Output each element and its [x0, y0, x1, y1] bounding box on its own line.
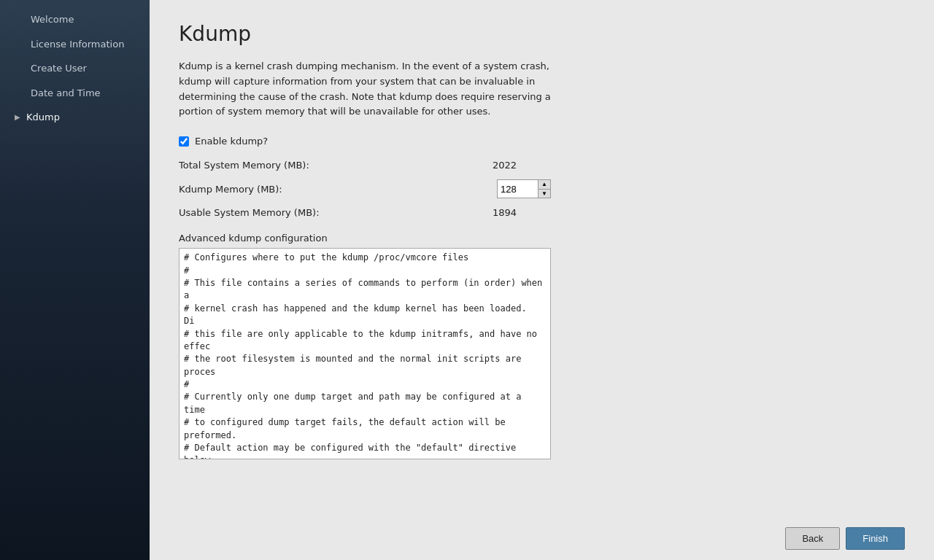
main-content: Kdump Kdump is a kernel crash dumping me…: [150, 0, 934, 560]
sidebar-item-label: Create User: [31, 62, 139, 75]
usable-memory-label: Usable System Memory (MB):: [179, 207, 320, 218]
bottom-bar: Back Finish: [150, 517, 934, 560]
sidebar-item-welcome[interactable]: Welcome: [0, 7, 150, 32]
memory-table: Total System Memory (MB): 2022 Kdump Mem…: [179, 160, 551, 218]
enable-kdump-label[interactable]: Enable kdump?: [195, 136, 268, 147]
back-button[interactable]: Back: [785, 527, 840, 550]
kdump-memory-row: Kdump Memory (MB): ▲ ▼: [179, 179, 551, 198]
sidebar-item-kdump[interactable]: ▶Kdump: [0, 105, 150, 130]
sidebar-item-label: Kdump: [26, 111, 139, 124]
sidebar-item-license-information[interactable]: License Information: [0, 32, 150, 57]
total-memory-value: 2022: [493, 160, 551, 171]
kdump-memory-input[interactable]: [498, 182, 538, 196]
enable-kdump-checkbox[interactable]: [179, 136, 189, 147]
sidebar-arrow-icon: ▶: [15, 112, 22, 122]
sidebar-item-label: License Information: [31, 38, 139, 51]
kdump-memory-label: Kdump Memory (MB):: [179, 184, 282, 195]
enable-kdump-row: Enable kdump?: [179, 136, 905, 147]
sidebar-item-create-user[interactable]: Create User: [0, 56, 150, 81]
total-memory-row: Total System Memory (MB): 2022: [179, 160, 551, 171]
config-textarea[interactable]: [180, 249, 550, 459]
spin-down-button[interactable]: ▼: [539, 189, 550, 198]
kdump-memory-input-wrap: ▲ ▼: [497, 179, 551, 198]
config-textarea-wrap: [179, 248, 551, 459]
total-memory-label: Total System Memory (MB):: [179, 160, 309, 171]
advanced-label: Advanced kdump configuration: [179, 233, 905, 244]
description: Kdump is a kernel crash dumping mechanis…: [179, 59, 551, 120]
sidebar: WelcomeLicense InformationCreate UserDat…: [0, 0, 150, 560]
finish-button[interactable]: Finish: [846, 527, 905, 550]
spin-buttons: ▲ ▼: [538, 180, 550, 198]
usable-memory-row: Usable System Memory (MB): 1894: [179, 207, 551, 218]
sidebar-item-date-and-time[interactable]: Date and Time: [0, 81, 150, 106]
spin-up-button[interactable]: ▲: [539, 180, 550, 189]
usable-memory-value: 1894: [493, 207, 551, 218]
page-title: Kdump: [179, 22, 905, 46]
sidebar-item-label: Date and Time: [31, 87, 139, 100]
sidebar-item-label: Welcome: [31, 13, 139, 26]
